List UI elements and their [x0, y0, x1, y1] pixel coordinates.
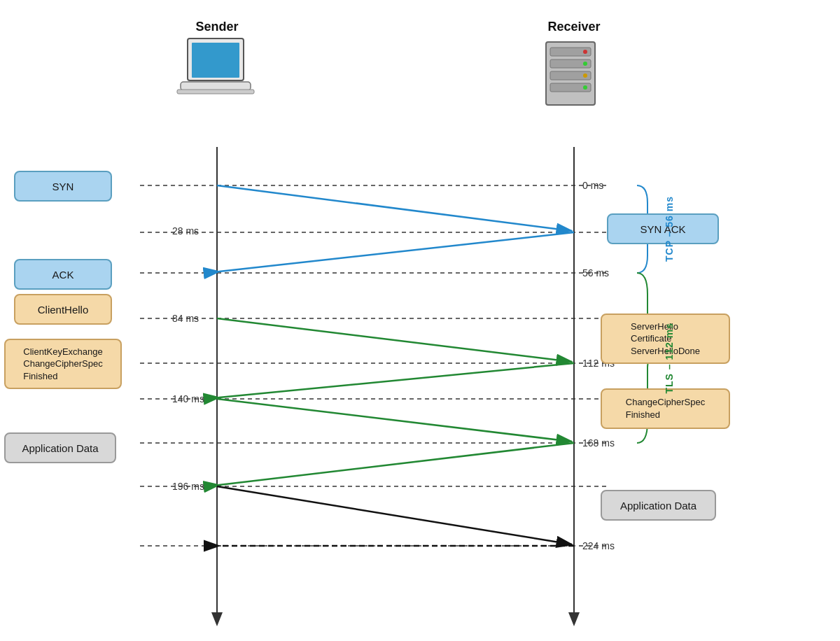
time-196ms: 196 ms — [172, 481, 204, 492]
svg-rect-30 — [181, 82, 251, 90]
svg-marker-8 — [211, 612, 223, 626]
time-56ms: 56 ms — [582, 267, 609, 279]
svg-line-24 — [217, 399, 572, 442]
client-key-exchange-box: ClientKeyExchange ChangeCipherSpec Finis… — [4, 339, 122, 389]
syn-box: SYN — [14, 171, 112, 202]
svg-point-37 — [583, 50, 587, 54]
svg-line-25 — [219, 443, 574, 485]
receiver-icon — [532, 35, 609, 119]
app-data-right-box: Application Data — [601, 490, 716, 521]
time-84ms: 84 ms — [172, 313, 199, 324]
svg-point-40 — [583, 85, 587, 90]
svg-marker-10 — [568, 612, 580, 626]
receiver-label: Receiver — [525, 20, 623, 34]
svg-line-20 — [217, 185, 572, 231]
app-data-left-box: Application Data — [4, 432, 116, 463]
client-hello-box: ClientHello — [14, 294, 112, 325]
svg-rect-29 — [192, 43, 239, 78]
syn-ack-box: SYN ACK — [607, 213, 719, 244]
tls-brace-label: TLS – 112 ms — [664, 273, 675, 443]
svg-point-38 — [583, 62, 587, 66]
tcp-brace-label: TCP – 56 ms — [664, 185, 675, 273]
time-0ms: 0 ms — [582, 180, 603, 191]
time-140ms: 140 ms — [172, 393, 204, 404]
svg-rect-31 — [177, 90, 254, 94]
time-168ms: 168 ms — [582, 437, 615, 449]
svg-line-26 — [217, 486, 572, 544]
sequence-diagram: Sender Receiver — [0, 0, 840, 641]
svg-line-23 — [219, 363, 574, 397]
ack-box: ACK — [14, 259, 112, 290]
svg-line-22 — [217, 318, 572, 362]
time-28ms: 28 ms — [172, 225, 199, 237]
svg-line-21 — [219, 232, 574, 272]
svg-point-39 — [583, 73, 587, 78]
time-224ms: 224 ms — [582, 540, 615, 551]
sender-icon — [174, 31, 258, 122]
